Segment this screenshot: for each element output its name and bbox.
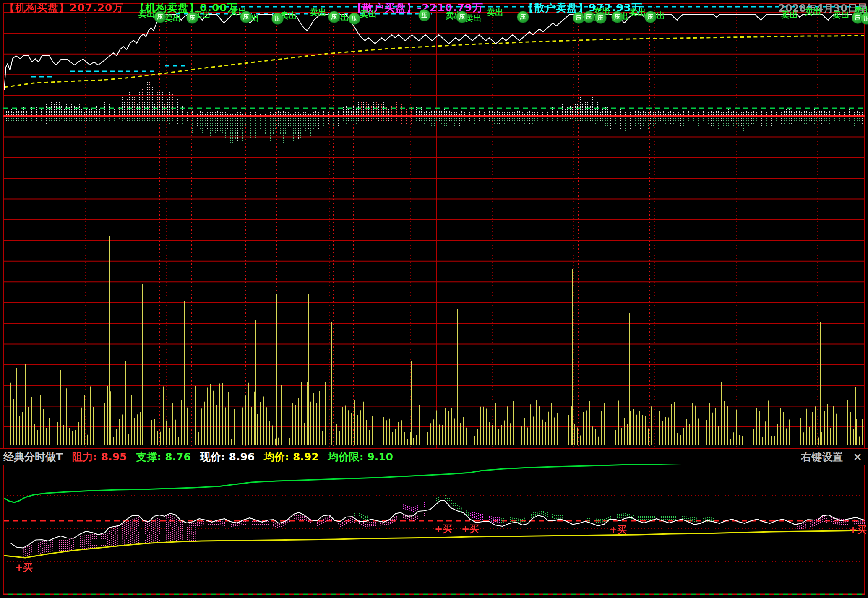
buy-signal-text: +买	[609, 523, 627, 536]
t-panel-header: 经典分时做T 阻力: 8.95 支撑: 8.76 现价: 8.96 均价: 8.…	[0, 450, 868, 464]
sell-pressure-badge: 压	[186, 12, 198, 24]
sell-pressure-badge: 压	[328, 11, 340, 23]
sell-signal-text: 卖出	[781, 9, 798, 21]
sell-pressure-badge: 压	[456, 11, 468, 23]
buy-signal-text: +买	[435, 523, 452, 536]
right-click-settings-button[interactable]: 右键设置	[801, 450, 843, 464]
sell-pressure-badge: 压	[418, 9, 430, 21]
sell-pressure-badge: 压	[611, 11, 623, 23]
buy-signal-text: +买	[461, 523, 479, 536]
average-price-value: 均价: 8.92	[264, 450, 318, 464]
sell-pressure-badge: 压	[154, 11, 166, 23]
sell-signal-text: 卖出	[138, 8, 155, 20]
sell-signal-text: 卖出	[833, 9, 850, 21]
sell-pressure-badge: 压	[583, 11, 595, 23]
sell-signal-text: 卖出	[164, 13, 181, 24]
sell-pressure-badge: 压	[594, 12, 607, 24]
sell-signal-text: 卖出	[629, 7, 646, 18]
sell-pressure-badge: 压	[348, 13, 360, 25]
avg-price-limit-value: 均价限: 9.10	[328, 450, 393, 464]
sell-signal-text: 卖出	[310, 7, 326, 18]
support-value: 支撑: 8.76	[136, 450, 190, 464]
trading-app-window: 【机构买盘】207.20万 【机构卖盘】0.00万 【散户买盘】-2210.79…	[0, 0, 868, 598]
t-panel-title: 经典分时做T	[3, 450, 63, 464]
sell-pressure-badge: 压	[517, 11, 529, 23]
sell-signal-text: 卖出	[805, 6, 821, 17]
sell-signal-text: 卖出	[360, 8, 377, 20]
panel-close-button[interactable]: ×	[853, 450, 862, 463]
sell-pressure-badge: 压	[644, 11, 657, 23]
buy-signal-text: +买	[849, 523, 867, 536]
buy-signal-text: +买	[15, 561, 33, 574]
intraday-chart-canvas[interactable]	[0, 0, 868, 598]
sell-pressure-badge: 压	[271, 13, 284, 25]
sell-signal-text: 卖出	[487, 7, 503, 18]
current-price-value: 现价: 8.96	[200, 450, 255, 464]
institution-buy-label: 【机构买盘】207.20万	[4, 1, 123, 15]
resistance-value: 阻力: 8.95	[72, 450, 127, 464]
sell-pressure-badge: 压	[240, 11, 252, 23]
